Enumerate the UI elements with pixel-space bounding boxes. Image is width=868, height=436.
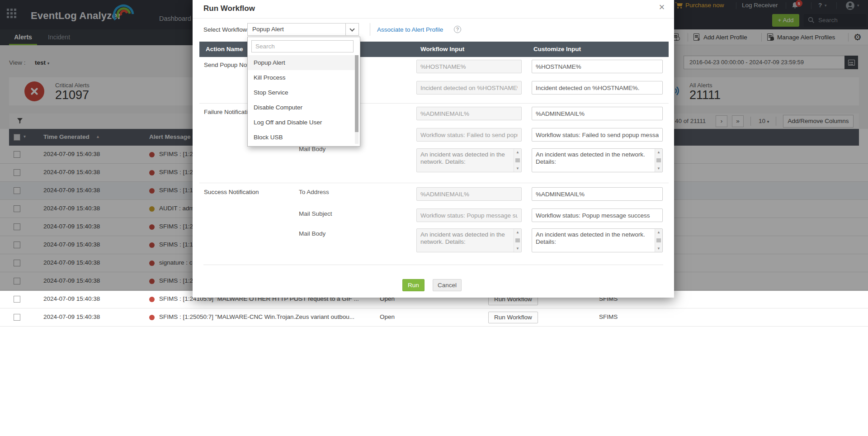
row-checkbox[interactable] bbox=[14, 296, 20, 303]
customize-input-field[interactable] bbox=[532, 60, 663, 73]
workflow-input-field bbox=[416, 60, 522, 73]
field-label: Mail Subject bbox=[299, 210, 332, 217]
dropdown-option[interactable]: Disable Computer bbox=[248, 100, 355, 115]
textarea-scrollbar[interactable]: ▲▼ bbox=[655, 149, 662, 172]
run-workflow-button[interactable]: Run Workflow bbox=[488, 312, 538, 323]
cancel-button[interactable]: Cancel bbox=[433, 279, 462, 291]
workflow-input-field bbox=[416, 107, 522, 120]
row-time: 2024-07-09 15:40:38 bbox=[43, 295, 100, 302]
action-name: Success Notification bbox=[204, 189, 259, 195]
workflow-textarea: An incident was detected in the network.… bbox=[416, 228, 522, 252]
eventlog-analyzer-app: EventLog Analyzer Dashboard Purchase now… bbox=[0, 0, 868, 436]
textarea-scrollbar[interactable]: ▲▼ bbox=[514, 149, 521, 172]
dropdown-option[interactable]: Block USB bbox=[248, 130, 355, 145]
run-workflow-modal: Run Workflow × Select Workflow Popup Ale… bbox=[193, 0, 674, 298]
workflow-dropdown-panel: Popup AlertKill ProcessStop ServiceDisab… bbox=[247, 37, 360, 147]
customize-input-field[interactable] bbox=[532, 107, 663, 120]
field-label: Mail Body bbox=[299, 230, 326, 237]
field-label: Mail Body bbox=[299, 146, 326, 152]
dropdown-scrollbar-thumb[interactable] bbox=[355, 55, 359, 132]
workflow-dropdown-list: Popup AlertKill ProcessStop ServiceDisab… bbox=[248, 55, 355, 145]
dropdown-option[interactable]: Log Off and Disable User bbox=[248, 115, 355, 130]
workflow-input-field bbox=[416, 128, 522, 142]
customize-textarea[interactable]: An incident was detected in the network.… bbox=[532, 148, 663, 172]
row-alert-message[interactable]: SFIMS : [1:25050:7] "MALWARE-CNC Win.Tro… bbox=[159, 313, 372, 320]
textarea-scrollbar[interactable]: ▲▼ bbox=[655, 229, 662, 252]
severity-dot-icon bbox=[149, 315, 155, 320]
customize-textarea[interactable]: An incident was detected in the network.… bbox=[532, 228, 663, 252]
workflow-input-field bbox=[416, 81, 522, 95]
dropdown-search-input[interactable] bbox=[251, 40, 354, 52]
footer-divider bbox=[203, 265, 663, 265]
row-status: Open bbox=[380, 313, 395, 320]
field-label: To Address bbox=[299, 189, 329, 195]
section-divider bbox=[199, 183, 669, 183]
textarea-scrollbar[interactable]: ▲▼ bbox=[514, 229, 521, 252]
customize-input-field[interactable] bbox=[532, 81, 663, 95]
customize-input-field[interactable] bbox=[532, 128, 663, 142]
run-button[interactable]: Run bbox=[402, 279, 425, 291]
table-row: 2024-07-09 15:40:38 SFIMS : [1:25050:7] … bbox=[0, 308, 868, 327]
row-checkbox[interactable] bbox=[14, 314, 20, 321]
dropdown-option[interactable]: Stop Service bbox=[248, 85, 355, 100]
row-time: 2024-07-09 15:40:38 bbox=[43, 313, 100, 320]
severity-dot-icon bbox=[149, 297, 155, 302]
workflow-input-field bbox=[416, 209, 522, 222]
workflow-textarea: An incident was detected in the network.… bbox=[416, 148, 522, 172]
customize-input-field[interactable] bbox=[532, 209, 663, 222]
row-group: SFIMS bbox=[599, 313, 618, 320]
workflow-input-field bbox=[416, 187, 522, 201]
dropdown-option[interactable]: Kill Process bbox=[248, 70, 355, 85]
customize-input-field[interactable] bbox=[532, 187, 663, 201]
dropdown-option[interactable]: Popup Alert bbox=[248, 55, 355, 70]
